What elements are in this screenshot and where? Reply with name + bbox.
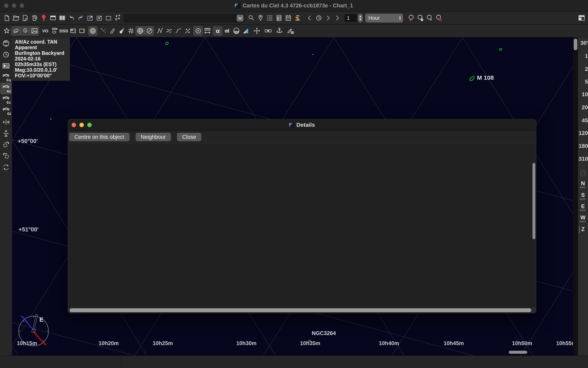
star-field-icon[interactable] bbox=[99, 26, 108, 36]
fov-button-1[interactable]: 1 bbox=[578, 53, 588, 59]
fov-button-2[interactable]: 2 bbox=[578, 66, 588, 72]
edit-label-image-icon[interactable] bbox=[286, 26, 295, 36]
clock-record-icon[interactable] bbox=[407, 13, 416, 23]
meteor-icon[interactable] bbox=[108, 26, 117, 36]
comet-icon[interactable] bbox=[117, 26, 126, 36]
dialog-zoom-button[interactable] bbox=[87, 123, 92, 127]
centre-on-object-button[interactable]: Centre on this object bbox=[69, 133, 130, 141]
coord-ecliptic-button[interactable]: Ec bbox=[0, 94, 11, 105]
split-window-vertical-icon[interactable] bbox=[57, 13, 67, 23]
clock-stop-icon[interactable] bbox=[434, 13, 444, 23]
time-previous-icon[interactable] bbox=[305, 13, 314, 23]
galaxy-symbol[interactable] bbox=[165, 42, 169, 45]
clock-step-icon[interactable] bbox=[425, 13, 434, 23]
new-chart-icon[interactable] bbox=[2, 13, 11, 23]
chart-vertical-scrollbar[interactable] bbox=[574, 38, 577, 50]
calendar-icon[interactable] bbox=[284, 13, 293, 23]
horizon-fill-icon[interactable] bbox=[241, 26, 250, 36]
deepsky-circles-icon[interactable] bbox=[88, 26, 97, 36]
galaxy-symbol[interactable] bbox=[499, 48, 502, 51]
fov-button-20[interactable]: 20 bbox=[578, 104, 588, 111]
direction-zenith-button[interactable]: Z bbox=[578, 226, 588, 232]
chart-vertical-scroll-track[interactable] bbox=[573, 37, 578, 356]
dss-image-icon[interactable]: DSS bbox=[59, 26, 68, 36]
show-galaxies-icon[interactable] bbox=[11, 26, 20, 36]
object-search-combo[interactable] bbox=[124, 14, 245, 22]
server-layers-icon[interactable] bbox=[293, 13, 302, 23]
fov-button-310[interactable]: 310 bbox=[578, 156, 588, 162]
details-content-area[interactable] bbox=[68, 143, 536, 308]
night-vision-icon[interactable] bbox=[39, 13, 48, 23]
show-stars-icon[interactable] bbox=[2, 26, 11, 36]
save-chart-icon[interactable] bbox=[20, 13, 30, 23]
time-forward-icon[interactable] bbox=[333, 13, 342, 23]
object-search-input[interactable] bbox=[125, 15, 237, 21]
equatorial-grid-icon[interactable] bbox=[126, 26, 135, 36]
direction-west-button[interactable]: W bbox=[578, 214, 588, 222]
pan-chart-icon[interactable] bbox=[252, 26, 261, 36]
show-images-icon[interactable] bbox=[30, 26, 39, 36]
solar-system-globe-icon[interactable] bbox=[0, 38, 11, 49]
clock-lock-icon[interactable] bbox=[416, 13, 425, 23]
rotate-left-icon[interactable] bbox=[0, 150, 11, 162]
dialog-close-button[interactable] bbox=[72, 123, 76, 127]
coord-galactic-button[interactable]: Gl bbox=[0, 105, 11, 117]
object-mark-icon[interactable] bbox=[193, 26, 203, 36]
coord-altaz-button[interactable]: Az bbox=[0, 83, 11, 94]
info-card-icon[interactable] bbox=[0, 60, 11, 72]
fov-button-10[interactable]: 10 bbox=[578, 91, 588, 98]
position-pin-icon[interactable] bbox=[256, 13, 265, 23]
ephemerides-table-icon[interactable] bbox=[274, 13, 284, 23]
horizon-ellipse-icon[interactable] bbox=[232, 26, 241, 36]
direction-south-button[interactable]: S bbox=[578, 192, 588, 200]
flip-vertical-icon[interactable] bbox=[0, 128, 11, 139]
interval-stepper[interactable] bbox=[358, 14, 363, 22]
time-next-icon[interactable] bbox=[323, 13, 333, 23]
interval-unit-select[interactable]: Hour bbox=[365, 14, 403, 22]
constellation-boundary-icon[interactable] bbox=[174, 26, 183, 36]
star-dot[interactable] bbox=[50, 119, 51, 120]
milky-way-icon[interactable] bbox=[183, 26, 192, 36]
sky-mask-button[interactable] bbox=[578, 170, 588, 178]
details-vertical-scrollbar[interactable] bbox=[532, 163, 535, 239]
field-rotation-icon[interactable] bbox=[145, 26, 154, 36]
chart-horizontal-scrollbar[interactable] bbox=[509, 351, 527, 354]
redo-icon[interactable] bbox=[76, 13, 85, 23]
close-button[interactable]: Close bbox=[177, 133, 201, 141]
background-image-icon[interactable] bbox=[68, 26, 78, 36]
image-flash-icon[interactable] bbox=[78, 26, 87, 36]
m108-label[interactable]: M 108 bbox=[477, 74, 494, 81]
open-chart-icon[interactable] bbox=[11, 13, 20, 23]
side-panel-icon[interactable] bbox=[577, 13, 586, 23]
print-icon[interactable] bbox=[30, 13, 39, 23]
undo-icon[interactable] bbox=[67, 13, 76, 23]
anchor-icon[interactable] bbox=[275, 26, 284, 36]
label-edit-icon[interactable]: αI bbox=[222, 26, 232, 36]
time-interval-value[interactable]: 1 bbox=[344, 14, 357, 22]
search-icon[interactable] bbox=[247, 13, 256, 23]
planetary-nebula-icon[interactable] bbox=[50, 26, 59, 36]
details-horizontal-scroll-track[interactable] bbox=[68, 308, 536, 313]
fov-ruler-icon[interactable] bbox=[203, 26, 212, 36]
new-stars-icon[interactable] bbox=[113, 13, 122, 23]
time-now-icon[interactable] bbox=[314, 13, 323, 23]
ngc3264-label[interactable]: NGC3264 bbox=[312, 330, 336, 336]
fov-button-45[interactable]: 45 bbox=[578, 117, 588, 124]
constellation-art-icon[interactable] bbox=[164, 26, 174, 36]
search-dropdown-button[interactable] bbox=[237, 15, 244, 21]
constellation-figure-icon[interactable] bbox=[155, 26, 164, 36]
rotate-right-icon[interactable] bbox=[0, 139, 11, 150]
details-horizontal-scrollbar[interactable] bbox=[70, 308, 531, 312]
step-down-icon[interactable] bbox=[359, 19, 361, 20]
object-list-icon[interactable] bbox=[265, 13, 274, 23]
direction-north-button[interactable]: N bbox=[578, 180, 588, 188]
galaxy-m108-symbol[interactable] bbox=[469, 76, 475, 81]
fov-button-180[interactable]: 180 bbox=[578, 143, 588, 149]
flip-horizontal-icon[interactable] bbox=[0, 117, 11, 128]
altaz-grid-icon[interactable] bbox=[135, 26, 145, 36]
select-region-icon[interactable] bbox=[104, 13, 113, 23]
zoom-in-region-icon[interactable] bbox=[95, 13, 104, 23]
fov-button-5[interactable]: 5 bbox=[578, 79, 588, 85]
step-up-icon[interactable] bbox=[359, 16, 361, 17]
fov-button-120[interactable]: 120 bbox=[578, 130, 588, 136]
